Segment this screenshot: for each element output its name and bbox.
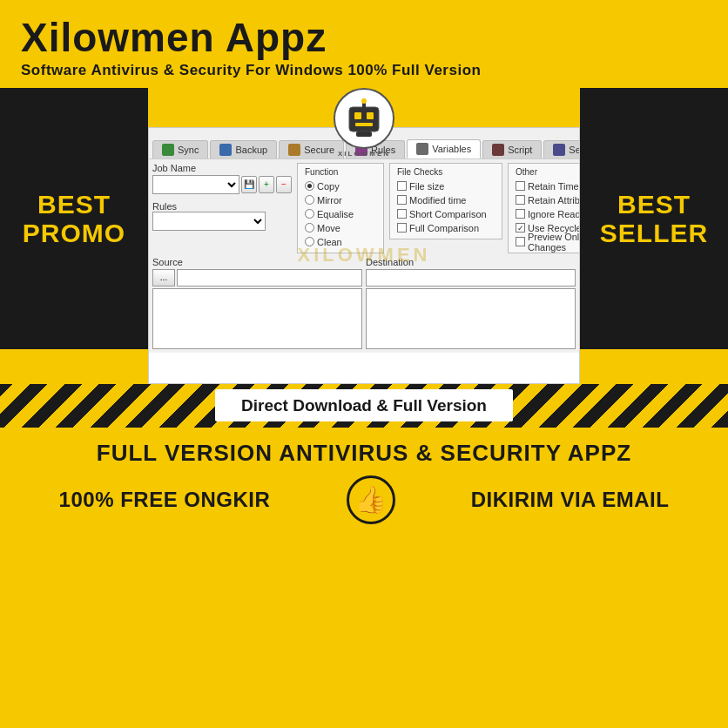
check-recycle-box bbox=[516, 223, 525, 233]
dest-path-input[interactable] bbox=[366, 269, 576, 286]
dest-path-row bbox=[366, 269, 576, 286]
check-full-box bbox=[397, 223, 407, 233]
check-preview[interactable]: Preview Only Changes bbox=[516, 235, 580, 249]
radio-mirror-label: Mirror bbox=[317, 195, 342, 206]
radio-move[interactable]: Move bbox=[305, 221, 376, 235]
check-short-label: Short Comparison bbox=[409, 209, 487, 219]
thumbs-up-icon: 👍 bbox=[347, 475, 395, 524]
check-full[interactable]: Full Comparison bbox=[397, 221, 495, 235]
add-btn[interactable]: + bbox=[259, 176, 274, 193]
promo-right-text: BEST SELLER bbox=[580, 190, 728, 247]
footer-left-text: 100% FREE ONGKIR bbox=[59, 488, 271, 512]
outer-container: Xilowmen Appz Software Antivirus & Secur… bbox=[0, 0, 728, 728]
check-short-box bbox=[397, 209, 407, 219]
radio-clean-dot bbox=[305, 237, 314, 246]
middle-wrapper: XILOWMEN BEST PROMO BEST SELLER Sync Bac… bbox=[0, 88, 728, 384]
svg-rect-3 bbox=[355, 123, 373, 126]
tab-backup-label: Backup bbox=[235, 145, 267, 155]
save-btn[interactable]: 💾 bbox=[241, 176, 257, 193]
secure-icon bbox=[288, 144, 300, 156]
stripe-text: Direct Download & Full Version bbox=[215, 389, 513, 421]
radio-mirror-dot bbox=[305, 195, 314, 205]
app-title: Xilowmen Appz bbox=[21, 16, 707, 60]
sd-section: Source ... Destination bbox=[152, 257, 576, 349]
tab-variables[interactable]: Variables bbox=[407, 139, 481, 158]
source-browse-btn[interactable]: ... bbox=[152, 269, 175, 286]
variables-icon bbox=[416, 143, 428, 155]
promo-right-panel: BEST SELLER bbox=[580, 88, 728, 349]
check-filesize-box bbox=[397, 181, 407, 191]
tab-sync[interactable]: Sync bbox=[152, 140, 208, 158]
footer-right-text: DIKIRIM VIA EMAIL bbox=[471, 488, 670, 512]
source-path-input[interactable] bbox=[177, 269, 362, 286]
check-readonly-label: Ignore Read-Only bbox=[528, 209, 580, 219]
script-icon bbox=[492, 144, 504, 156]
check-modtime[interactable]: Modified time bbox=[397, 193, 495, 207]
svg-rect-1 bbox=[354, 112, 361, 119]
source-label: Source bbox=[152, 257, 362, 267]
check-modtime-box bbox=[397, 195, 407, 205]
job-name-row: 💾 + − bbox=[152, 175, 292, 194]
radio-clean[interactable]: Clean bbox=[305, 235, 376, 249]
dest-textarea[interactable] bbox=[366, 288, 576, 349]
check-full-label: Full Comparison bbox=[409, 223, 479, 233]
file-checks-group: File Checks File size Modified time Shor… bbox=[389, 163, 502, 239]
check-short[interactable]: Short Comparison bbox=[397, 207, 495, 221]
function-group: Function Copy Mirror Equalise bbox=[297, 163, 384, 253]
check-readonly[interactable]: Ignore Read-Only bbox=[516, 207, 580, 221]
tab-settings[interactable]: Settings bbox=[543, 140, 580, 158]
footer-area: FULL VERSION ANTIVIRUS & SECURITY APPZ 1… bbox=[0, 428, 728, 536]
row1: Job Name 💾 + − Rules bbox=[152, 163, 576, 253]
sync-icon bbox=[162, 144, 174, 156]
radio-mirror[interactable]: Mirror bbox=[305, 193, 376, 207]
check-attributes-box bbox=[516, 195, 525, 205]
check-attributes-label: Retain Attributes bbox=[528, 195, 580, 206]
check-attributes[interactable]: Retain Attributes bbox=[516, 193, 580, 207]
check-filesize-label: File size bbox=[409, 181, 444, 192]
footer-row1: FULL VERSION ANTIVIRUS & SECURITY APPZ bbox=[21, 440, 707, 467]
stripe-band: Direct Download & Full Version bbox=[0, 384, 728, 428]
tab-secure-label: Secure bbox=[304, 145, 334, 155]
check-preview-label: Preview Only Changes bbox=[528, 232, 580, 253]
main-content: Job Name 💾 + − Rules bbox=[149, 159, 579, 353]
radio-equalise[interactable]: Equalise bbox=[305, 207, 376, 221]
rules-row bbox=[152, 212, 292, 231]
logo-svg bbox=[340, 95, 388, 142]
remove-btn[interactable]: − bbox=[276, 176, 292, 193]
logo-overlay: XILOWMEN bbox=[334, 88, 394, 158]
tab-script[interactable]: Script bbox=[482, 140, 542, 158]
check-timestamps-box bbox=[516, 181, 525, 191]
check-preview-box bbox=[516, 237, 525, 246]
backup-icon bbox=[219, 144, 232, 156]
check-filesize[interactable]: File size bbox=[397, 179, 495, 193]
rules-label: Rules bbox=[152, 201, 292, 212]
radio-equalise-dot bbox=[305, 209, 314, 219]
svg-rect-6 bbox=[356, 131, 372, 137]
tab-variables-label: Variables bbox=[432, 144, 471, 154]
job-name-select[interactable] bbox=[152, 175, 239, 194]
radio-move-dot bbox=[305, 223, 314, 233]
radio-move-label: Move bbox=[317, 223, 340, 233]
radio-equalise-label: Equalise bbox=[317, 209, 354, 219]
header-area: Xilowmen Appz Software Antivirus & Secur… bbox=[0, 0, 728, 88]
radio-copy[interactable]: Copy bbox=[305, 179, 376, 193]
destination-block: Destination bbox=[366, 257, 576, 349]
radio-copy-dot bbox=[305, 181, 314, 191]
source-path-row: ... bbox=[152, 269, 362, 286]
source-textarea[interactable] bbox=[152, 288, 362, 349]
tab-backup[interactable]: Backup bbox=[210, 140, 277, 158]
rules-select[interactable] bbox=[152, 212, 266, 231]
check-readonly-box bbox=[516, 209, 525, 219]
source-block: Source ... bbox=[152, 257, 362, 349]
promo-left-panel: BEST PROMO bbox=[0, 88, 148, 349]
radio-copy-label: Copy bbox=[317, 181, 340, 192]
tab-script-label: Script bbox=[508, 145, 532, 155]
check-timestamps[interactable]: Retain Timestamps bbox=[516, 179, 580, 193]
app-screenshot: Sync Backup Secure Rules Variables bbox=[148, 127, 580, 384]
settings-icon bbox=[553, 144, 565, 156]
promo-left-text: BEST PROMO bbox=[0, 190, 148, 247]
other-group: Other Retain Timestamps Retain Attribute… bbox=[508, 163, 580, 253]
app-subtitle: Software Antivirus & Security For Window… bbox=[21, 62, 707, 79]
job-name-label: Job Name bbox=[152, 163, 292, 173]
tab-sync-label: Sync bbox=[178, 145, 199, 155]
